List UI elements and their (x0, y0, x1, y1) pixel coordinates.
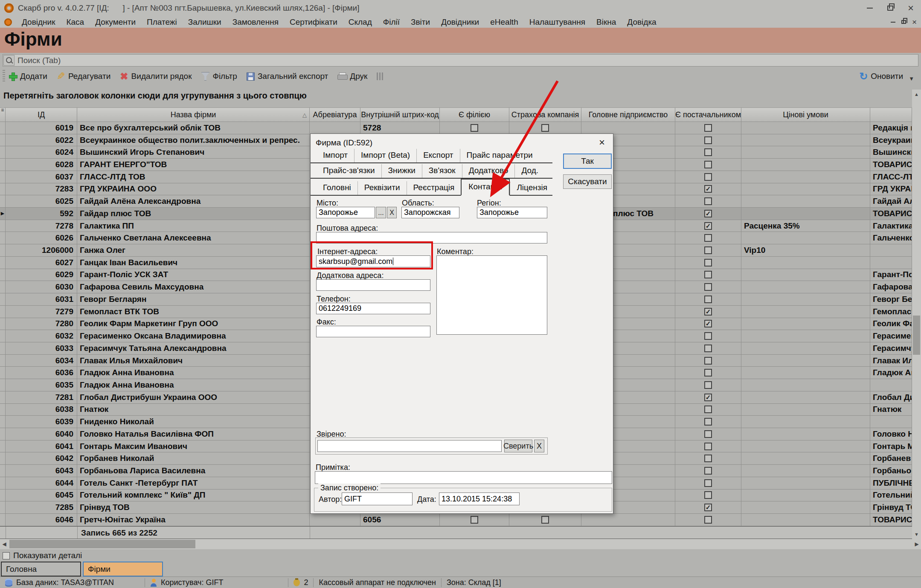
column-header-branch[interactable]: Є філією (440, 107, 509, 122)
menu-item-склад[interactable]: Склад (343, 17, 378, 27)
dialog-tab-імпорт[interactable]: Імпорт (317, 149, 354, 162)
minimize-button[interactable] (860, 0, 880, 16)
chevron-down-icon[interactable]: ▼ (909, 75, 914, 82)
region-field[interactable]: Запорожье (477, 207, 547, 218)
bottom-tab-фірми[interactable]: Фірми (83, 562, 163, 576)
column-header-extra[interactable] (870, 107, 912, 122)
city-clear-button[interactable]: X (387, 207, 397, 218)
supplier-checkbox[interactable]: ✓ (704, 185, 712, 193)
menu-item-довідники[interactable]: Довідники (436, 17, 485, 27)
export-button[interactable]: Загальний експорт (247, 72, 328, 81)
supplier-checkbox[interactable]: ✓ (704, 320, 712, 327)
ok-button[interactable]: Так (563, 154, 612, 169)
table-row[interactable]: 6019Все про бухгалтерський облік ТОВ5728… (0, 122, 912, 134)
delete-row-button[interactable]: ✖ Видалити рядок (120, 72, 192, 81)
note-field[interactable] (315, 471, 612, 484)
dialog-tab-експорт[interactable]: Експорт (416, 149, 459, 162)
supplier-checkbox[interactable] (704, 345, 712, 352)
mdi-close-button[interactable]: × (912, 17, 917, 27)
city-lookup-button[interactable]: ... (376, 207, 386, 218)
menu-item-звіти[interactable]: Звіти (405, 17, 436, 27)
supplier-checkbox[interactable] (704, 124, 712, 132)
mdi-minimize-button[interactable] (891, 22, 895, 23)
supplier-checkbox[interactable] (704, 197, 712, 205)
dialog-tab-ліцензія[interactable]: Ліцензія (510, 181, 554, 195)
supplier-checkbox[interactable] (704, 516, 712, 524)
dialog-tab-реквізити[interactable]: Реквізити (357, 181, 407, 195)
oblast-field[interactable]: Запорожская (401, 207, 459, 218)
scroll-left-icon[interactable]: ◀ (0, 539, 9, 549)
supplier-checkbox[interactable] (704, 271, 712, 278)
supplier-checkbox[interactable] (704, 283, 712, 291)
comment-field[interactable] (436, 255, 547, 335)
dialog-tab-головні[interactable]: Головні (317, 181, 357, 195)
supplier-checkbox[interactable]: ✓ (704, 222, 712, 230)
author-field[interactable]: GIFT (342, 492, 413, 505)
city-field[interactable]: Запорожье (316, 207, 375, 218)
show-details-checkbox[interactable] (3, 552, 10, 559)
supplier-checkbox[interactable] (704, 491, 712, 499)
supplier-checkbox[interactable] (704, 246, 712, 254)
columns-button[interactable] (377, 72, 384, 80)
date-field[interactable]: 13.10.2015 15:24:38 (439, 492, 520, 505)
column-header-name[interactable]: Назва фірми△ (77, 107, 310, 122)
column-header-parent[interactable]: Головне підприємство (581, 107, 675, 122)
close-button[interactable]: × (901, 0, 921, 16)
dialog-tab-дод-[interactable]: Дод. (514, 164, 545, 178)
vertical-scrollbar-thumb[interactable] (913, 316, 920, 355)
dialog-tab-реєстрація[interactable]: Реєстрація (407, 181, 461, 195)
mdi-restore-button[interactable] (901, 20, 906, 24)
menu-item-філії[interactable]: Філії (378, 17, 405, 27)
supplier-checkbox[interactable] (704, 455, 712, 462)
dialog-tab-додатково[interactable]: Додатково (462, 164, 515, 178)
menu-item-платежі[interactable]: Платежі (141, 17, 183, 27)
menu-item-налаштування[interactable]: Налаштування (524, 17, 591, 27)
scroll-up-icon[interactable]: ▲ (912, 90, 921, 99)
menu-item-довідка[interactable]: Довідка (622, 17, 662, 27)
column-header-abbr[interactable]: Абревіатура (310, 107, 360, 122)
column-header-id[interactable]: ІД (6, 107, 77, 122)
supplier-checkbox[interactable]: ✓ (704, 308, 712, 316)
refresh-button[interactable]: ↻ Оновити ▼ (859, 67, 914, 85)
insurance-checkbox[interactable] (541, 124, 549, 132)
verify-button[interactable]: Сверить (504, 440, 532, 452)
supplier-checkbox[interactable] (704, 259, 712, 266)
supplier-checkbox[interactable] (704, 173, 712, 181)
fax-field[interactable] (316, 326, 430, 337)
verified-field[interactable] (317, 440, 502, 452)
scroll-down-icon[interactable]: ▼ (912, 530, 921, 539)
scroll-right-icon[interactable]: ▶ (912, 539, 921, 549)
supplier-checkbox[interactable] (704, 234, 712, 242)
supplier-checkbox[interactable] (704, 148, 712, 156)
table-row[interactable]: 6046Гретч-Юнітас Україна6056ТОВАРИСТВ (0, 514, 912, 526)
dialog-tab-зв-язок[interactable]: Зв'язок (422, 164, 462, 178)
print-button[interactable]: Друк (337, 72, 367, 81)
supplier-checkbox[interactable]: ✓ (704, 210, 712, 217)
search-input[interactable]: Поиск (Tab) (3, 54, 918, 67)
supplier-checkbox[interactable] (704, 136, 712, 144)
supplier-checkbox[interactable] (704, 381, 712, 389)
menu-item-ehealth[interactable]: eHealth (485, 17, 524, 27)
supplier-checkbox[interactable]: ✓ (704, 504, 712, 511)
branch-checkbox[interactable] (471, 516, 478, 524)
add-button[interactable]: Додати (9, 72, 47, 81)
column-header-price[interactable]: Цінові умови (741, 107, 870, 122)
dialog-tab-імпорт-beta-[interactable]: Імпорт (Beta) (354, 149, 416, 162)
dialog-close-icon[interactable]: × (596, 136, 608, 148)
column-header-barcode[interactable]: Внутрішній штрих-код (360, 107, 440, 122)
supplier-checkbox[interactable] (704, 161, 712, 168)
menu-item-довідник[interactable]: Довідник (16, 17, 61, 27)
extra-address-field[interactable] (316, 279, 430, 291)
insurance-checkbox[interactable] (541, 516, 549, 524)
menu-item-каса[interactable]: Каса (61, 17, 90, 27)
supplier-checkbox[interactable] (704, 295, 712, 303)
supplier-checkbox[interactable] (704, 357, 712, 365)
maximize-button[interactable] (880, 0, 901, 16)
horizontal-scrollbar[interactable]: ◀ ▶ (0, 539, 921, 549)
dialog-tab-прайс-зв-язки[interactable]: Прайс-зв'язки (317, 164, 381, 178)
bottom-tab-головна[interactable]: Головна (1, 562, 81, 576)
dialog-tab-прайс-параметри[interactable]: Прайс параметри (460, 149, 539, 162)
branch-checkbox[interactable] (471, 124, 478, 132)
menu-item-вікна[interactable]: Вікна (591, 17, 622, 27)
horizontal-scrollbar-thumb[interactable] (9, 540, 195, 548)
